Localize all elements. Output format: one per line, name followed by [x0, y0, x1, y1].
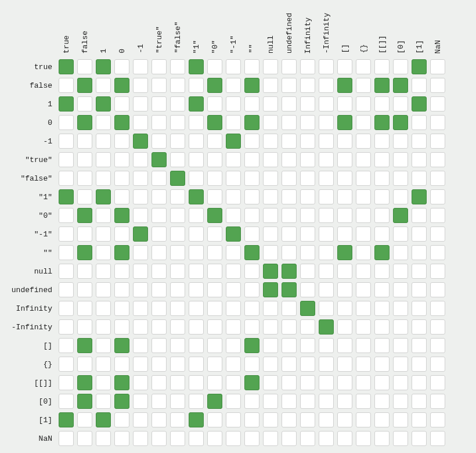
cell-false — [300, 431, 315, 446]
cell-false — [430, 319, 445, 335]
cell-true — [244, 338, 259, 353]
column-header: "" — [244, 43, 259, 56]
cell-false — [152, 189, 167, 204]
cell-false — [319, 431, 334, 446]
cell-false — [226, 115, 241, 130]
cell-false — [207, 96, 222, 112]
column-header: 0 — [114, 47, 129, 56]
column-header-label: "-1" — [230, 34, 237, 53]
cell-false — [430, 375, 445, 390]
cell-false — [226, 189, 241, 204]
cell-false — [189, 301, 204, 316]
cell-false — [282, 357, 297, 372]
cell-false — [244, 208, 259, 223]
column-header: true — [59, 34, 74, 56]
cell-false — [189, 152, 204, 167]
cell-false — [300, 282, 315, 297]
cell-false — [412, 282, 427, 297]
matrix-row: "-1" — [6, 227, 447, 242]
cell-false — [374, 227, 390, 242]
cell-true — [114, 208, 129, 223]
cell-false — [282, 189, 297, 204]
row-label: -Infinity — [6, 323, 57, 332]
cell-false — [96, 152, 111, 167]
cell-false — [244, 227, 259, 242]
cell-false — [393, 152, 408, 167]
cell-false — [114, 189, 129, 204]
column-header-label: null — [267, 34, 275, 53]
cell-false — [170, 59, 185, 74]
cell-false — [189, 338, 204, 353]
cell-false — [77, 189, 92, 204]
cell-false — [356, 171, 371, 186]
column-header-label: {} — [360, 43, 367, 53]
cell-false — [152, 208, 167, 223]
cell-false — [300, 357, 315, 372]
cell-false — [337, 208, 352, 223]
column-header-label: true — [63, 34, 70, 53]
matrix-row: [0] — [6, 394, 447, 409]
row-label: Infinity — [6, 304, 57, 313]
cell-false — [133, 301, 148, 316]
cell-false — [114, 301, 129, 316]
column-header-label: "0" — [211, 39, 219, 53]
cell-false — [96, 338, 111, 353]
matrix-row: -1 — [6, 134, 447, 149]
row-label: 1 — [6, 100, 57, 109]
cell-false — [133, 394, 148, 409]
cell-false — [189, 282, 204, 297]
cell-false — [356, 394, 371, 409]
row-label: [[]] — [6, 379, 57, 387]
cell-false — [393, 394, 408, 409]
column-header: "false" — [170, 20, 185, 56]
cell-false — [152, 96, 167, 112]
cell-false — [393, 412, 408, 427]
cell-false — [263, 227, 278, 242]
cell-false — [170, 152, 185, 167]
cell-false — [319, 134, 334, 149]
row-label: true — [6, 63, 57, 71]
column-header-label: 0 — [118, 48, 126, 53]
cell-false — [114, 134, 129, 149]
column-header-label: Infinity — [304, 16, 312, 53]
cell-false — [374, 357, 390, 372]
cell-false — [282, 301, 297, 316]
cell-false — [59, 78, 74, 93]
cell-false — [337, 282, 352, 297]
cell-false — [374, 375, 390, 390]
cell-false — [207, 301, 222, 316]
cell-false — [356, 245, 371, 260]
cell-false — [319, 171, 334, 186]
cell-false — [59, 375, 74, 390]
cell-true — [59, 189, 74, 204]
cell-false — [263, 78, 278, 93]
cell-false — [189, 394, 204, 409]
cell-true — [412, 96, 427, 112]
cell-false — [282, 208, 297, 223]
cell-false — [374, 152, 390, 167]
cell-false — [374, 59, 390, 74]
matrix-row: [[]] — [6, 375, 447, 390]
cell-false — [356, 282, 371, 297]
cell-false — [356, 189, 371, 204]
cell-true — [170, 171, 185, 186]
cell-true — [412, 59, 427, 74]
cell-true — [114, 115, 129, 130]
cell-false — [170, 245, 185, 260]
cell-false — [282, 227, 297, 242]
cell-false — [430, 78, 445, 93]
cell-false — [263, 134, 278, 149]
cell-true — [96, 189, 111, 204]
cell-true — [393, 78, 408, 93]
cell-false — [152, 227, 167, 242]
cell-true — [59, 96, 74, 112]
column-header-label: 1 — [100, 48, 107, 53]
cell-false — [189, 134, 204, 149]
cell-false — [412, 412, 427, 427]
row-label: [] — [6, 341, 57, 350]
cell-false — [226, 208, 241, 223]
row-label: [0] — [6, 397, 57, 406]
cell-false — [59, 152, 74, 167]
column-header: 1 — [96, 47, 111, 56]
cell-false — [374, 394, 390, 409]
